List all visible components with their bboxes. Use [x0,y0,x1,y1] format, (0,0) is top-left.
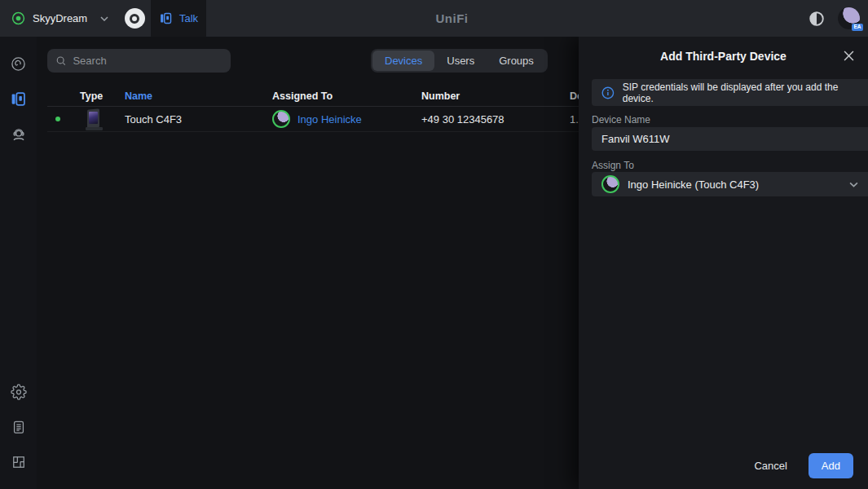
search-icon [55,55,66,67]
device-thumbnail [80,108,108,130]
assigned-to-cell: Ingo Heinicke [272,110,421,128]
assignee-link[interactable]: Ingo Heinicke [297,113,362,126]
console-switcher[interactable]: SkyyDream [0,0,118,37]
chevron-down-icon [849,182,858,187]
sidebar-item-users[interactable] [0,117,37,152]
assign-to-select[interactable]: Ingo Heinicke (Touch C4F3) [592,172,868,196]
user-menu[interactable]: EA [838,7,860,29]
app-title: UniFi [436,0,469,37]
sidebar-item-floorplan[interactable] [0,444,37,479]
col-assigned-to[interactable]: Assigned To [272,90,421,102]
talk-tab-label: Talk [179,12,198,24]
info-banner-text: SIP credentials will be displayed after … [623,82,868,104]
col-number[interactable]: Number [421,90,570,102]
settings-gear-icon [11,384,27,400]
table-header: Type Name Assigned To Number De [47,86,634,107]
device-name-cell: Touch C4F3 [125,113,272,126]
calls-icon [10,55,27,73]
sidebar-item-calls[interactable] [0,46,37,82]
assign-to-label: Assign To [592,160,634,171]
col-type[interactable]: Type [80,90,125,102]
unifi-os-icon [125,8,145,29]
chevron-down-icon [100,16,108,21]
close-button[interactable] [841,48,856,63]
tab-groups[interactable]: Groups [487,51,546,71]
search-input[interactable] [73,55,223,67]
cancel-button[interactable]: Cancel [754,460,786,472]
theme-toggle-icon[interactable] [807,9,826,29]
devices-table: Type Name Assigned To Number De Touch C4… [47,86,634,132]
logs-clipboard-icon [11,419,27,435]
assignee-avatar [272,110,290,128]
talk-app-icon [159,11,173,25]
users-headset-icon [10,126,28,143]
unifi-os-button[interactable] [118,0,151,37]
assign-to-value: Ingo Heinicke (Touch C4F3) [628,178,841,191]
info-banner: SIP credentials will be displayed after … [592,79,868,106]
panel-footer: Cancel Add [579,442,868,489]
number-cell: +49 30 12345678 [421,113,570,126]
add-device-panel: Add Third-Party Device SIP credentials w… [579,37,868,489]
add-button[interactable]: Add [809,453,853,478]
device-name-field[interactable] [592,127,868,151]
tab-users[interactable]: Users [434,51,487,71]
devices-icon [10,90,27,108]
panel-header: Add Third-Party Device [579,37,868,76]
online-status-dot [55,117,60,121]
tab-talk[interactable]: Talk [151,0,206,37]
assignee-avatar [601,175,619,193]
sidebar [0,37,37,489]
info-icon [601,86,615,99]
sidebar-item-settings[interactable] [0,374,37,409]
close-icon [844,51,854,61]
col-name[interactable]: Name [125,90,272,102]
panel-title: Add Third-Party Device [660,50,786,63]
avatar-badge: EA [852,24,863,32]
search-box[interactable] [47,49,231,73]
sidebar-item-devices[interactable] [0,82,37,117]
top-bar: SkyyDream Talk UniFi EA [0,0,868,37]
console-name: SkyyDream [33,12,93,24]
sidebar-item-logs[interactable] [0,409,37,444]
floorplan-icon [11,454,27,470]
tab-devices[interactable]: Devices [372,51,434,71]
view-tabs: Devices Users Groups [371,49,548,73]
device-name-label: Device Name [592,114,650,126]
table-row[interactable]: Touch C4F3 Ingo Heinicke +49 30 12345678… [47,107,634,132]
console-status-icon [11,11,25,25]
